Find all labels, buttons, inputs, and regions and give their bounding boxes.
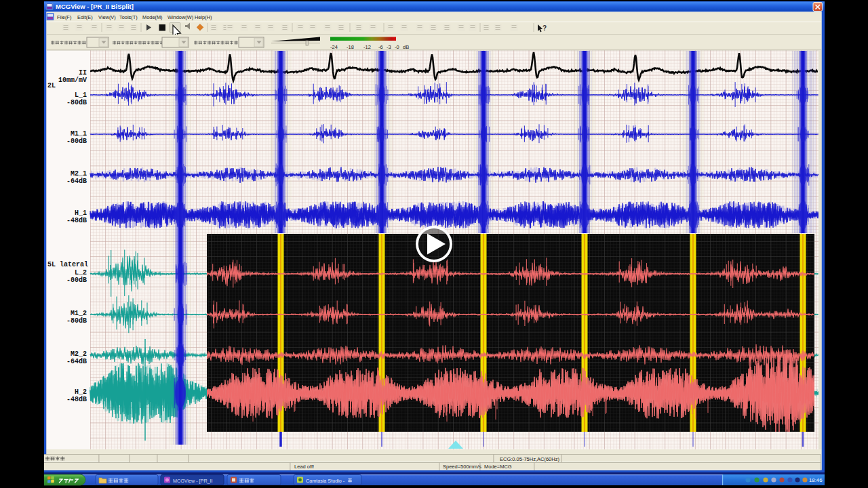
svg-text:MCGView - [PR_II: MCGView - [PR_II: [173, 478, 213, 484]
svg-text:M1_2: M1_2: [71, 310, 87, 317]
svg-text:-80dB: -80dB: [66, 317, 87, 325]
svg-text:View(V): View(V): [98, 14, 116, 20]
svg-text:L_1: L_1: [75, 92, 87, 99]
svg-text:ECG:0.05-75Hz,AC(60Hz): ECG:0.05-75Hz,AC(60Hz): [500, 456, 559, 462]
svg-text:18:46: 18:46: [809, 477, 823, 483]
svg-text:-48dB: -48dB: [66, 217, 87, 224]
svg-text:-18: -18: [347, 44, 354, 50]
svg-text:2L: 2L: [47, 82, 56, 89]
svg-text:Edit(E): Edit(E): [77, 14, 93, 20]
svg-text:Tools(T): Tools(T): [119, 14, 138, 20]
svg-text:-3: -3: [387, 44, 391, 50]
svg-text:H_1: H_1: [75, 209, 87, 217]
svg-text:-80dB: -80dB: [66, 277, 87, 284]
svg-text:Speed=500mm/s: Speed=500mm/s: [443, 464, 481, 470]
svg-text:-6: -6: [378, 44, 383, 50]
svg-text:10mm/mV: 10mm/mV: [58, 77, 87, 84]
svg-text:-64dB: -64dB: [66, 358, 87, 365]
svg-text:M2_2: M2_2: [71, 350, 87, 358]
svg-text:M2_1: M2_1: [71, 170, 87, 178]
svg-text:L_2: L_2: [75, 269, 87, 277]
svg-text:dB: dB: [403, 44, 409, 50]
svg-text:-64dB: -64dB: [66, 178, 87, 185]
svg-text:-80dB: -80dB: [66, 99, 87, 106]
svg-text:-80dB: -80dB: [66, 138, 87, 145]
svg-text:Help(H): Help(H): [195, 14, 212, 20]
svg-text:II: II: [79, 69, 87, 77]
svg-text:MCGView - [PR_II BiSplit]: MCGView - [PR_II BiSplit]: [56, 3, 134, 10]
svg-text:-48dB: -48dB: [66, 396, 87, 403]
svg-text:M1_1: M1_1: [71, 130, 87, 138]
svg-text:?: ?: [542, 24, 547, 32]
svg-text:Lead off!: Lead off!: [294, 464, 314, 470]
svg-text:Window(W): Window(W): [167, 14, 193, 20]
svg-text:H_2: H_2: [75, 388, 87, 396]
svg-text:Mode(M): Mode(M): [142, 14, 163, 20]
svg-text:-0: -0: [395, 44, 399, 50]
svg-text:File(F): File(F): [57, 14, 71, 20]
svg-text:Mode=MCG: Mode=MCG: [484, 464, 512, 470]
svg-text:Camtasia Studio -: Camtasia Studio -: [306, 478, 345, 484]
svg-text:5L lateral: 5L lateral: [47, 261, 88, 268]
svg-text:-24: -24: [330, 44, 338, 50]
svg-text:-12: -12: [363, 44, 371, 50]
